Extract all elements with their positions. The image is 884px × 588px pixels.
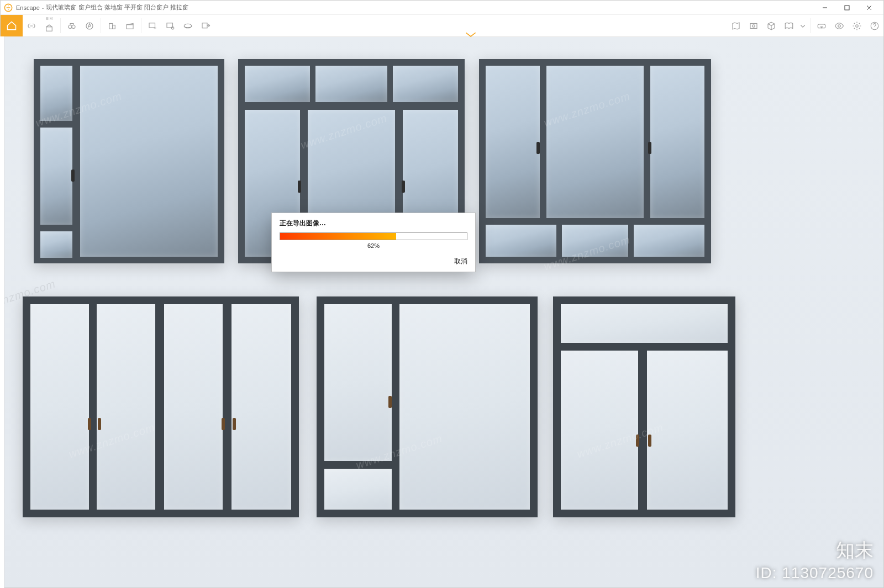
cancel-button[interactable]: 取消 [454,257,467,266]
fav-view-manage-button[interactable] [161,15,179,36]
window-model-3 [479,59,711,263]
binoculars-icon [67,21,77,31]
help-button[interactable] [866,15,883,36]
minimize-button[interactable] [814,1,836,15]
export-progress-dialog: 正在导出图像… 62% 取消 [271,213,476,272]
fav-view-add-button[interactable] [144,15,161,36]
building-icon [107,21,117,31]
home-icon [6,20,17,31]
screenshot-button[interactable] [745,15,762,36]
window-model-6 [553,296,735,517]
svg-rect-12 [149,23,155,27]
export-icon [201,21,211,31]
svg-point-6 [69,25,72,28]
brand-badge: 知末 [836,538,874,563]
vr-button[interactable] [813,15,830,36]
help-icon [870,21,880,31]
eye-icon [834,21,844,31]
settings-button[interactable] [848,15,866,36]
down-caret-button[interactable] [798,15,808,36]
progress-bar-fill [280,233,396,240]
title-sep: - [42,4,44,11]
app-name: Enscape [16,4,40,11]
bim-button[interactable]: BIM [40,15,58,36]
down-caret-icon [798,21,808,31]
asset-box-button[interactable] [762,15,780,36]
window-model-4 [23,296,299,517]
clapper-icon [125,21,135,31]
svg-rect-11 [127,24,133,29]
pano-360-icon [183,21,193,31]
progress-percent: 62% [272,240,475,253]
svg-point-20 [838,24,841,27]
app-window: Enscape - 现代玻璃窗 窗户组合 落地窗 平开窗 阳台窗户 推拉窗 BI… [0,0,884,588]
export-button[interactable] [197,15,214,36]
home-button[interactable] [1,15,23,36]
svg-rect-2 [845,6,849,10]
svg-rect-17 [750,23,757,28]
favorite-view-add-icon [148,21,157,31]
svg-point-18 [753,24,755,27]
dialog-title: 正在导出图像… [272,213,475,231]
bim-icon [44,23,54,33]
compass-button[interactable] [81,15,98,36]
building-button[interactable] [103,15,121,36]
maximize-button[interactable] [836,1,858,15]
svg-point-21 [856,24,859,27]
open-book-icon [784,21,794,31]
screenshot-icon [749,21,759,31]
id-badge: ID: 1130725670 [756,564,874,582]
progress-bar [280,232,467,240]
binoculars-button[interactable] [63,15,81,36]
pano-export-button[interactable] [179,15,197,36]
map-button[interactable] [727,15,745,36]
toolbar: BIM [1,15,883,37]
toolbar-notch-icon [466,33,476,37]
viewport[interactable]: www.znzmo.com www.znzmo.com www.znzmo.co… [1,37,883,587]
favorite-view-manage-icon [165,21,175,31]
cube-icon [766,21,776,31]
window-model-5 [317,296,538,517]
book-button[interactable] [780,15,798,36]
gear-icon [852,21,862,31]
vr-headset-icon [817,21,827,31]
compass-icon [85,21,94,31]
svg-rect-10 [113,25,115,29]
titlebar: Enscape - 现代玻璃窗 窗户组合 落地窗 平开窗 阳台窗户 推拉窗 [1,1,883,15]
svg-rect-16 [202,23,207,28]
document-title: 现代玻璃窗 窗户组合 落地窗 平开窗 阳台窗户 推拉窗 [46,3,188,12]
enscape-logo-icon [4,3,13,12]
video-button[interactable] [121,15,139,36]
svg-point-7 [72,25,75,28]
visibility-button[interactable] [830,15,848,36]
bim-label: BIM [46,17,52,20]
close-button[interactable] [858,1,880,15]
host-left-strip [0,36,4,588]
svg-rect-9 [109,23,113,29]
map-icon [731,21,741,31]
window-model-1 [34,59,224,263]
link-icon [27,21,36,31]
link-sync-button[interactable] [23,15,40,36]
svg-rect-5 [46,27,52,31]
